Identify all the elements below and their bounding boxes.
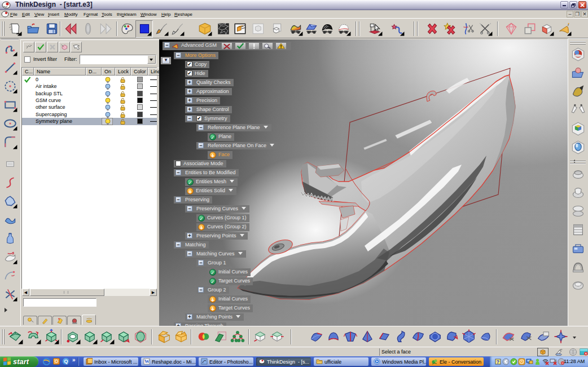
svg-text:e: e [45, 359, 47, 365]
svg-text:W: W [144, 359, 150, 364]
svg-text:?: ? [497, 359, 500, 365]
